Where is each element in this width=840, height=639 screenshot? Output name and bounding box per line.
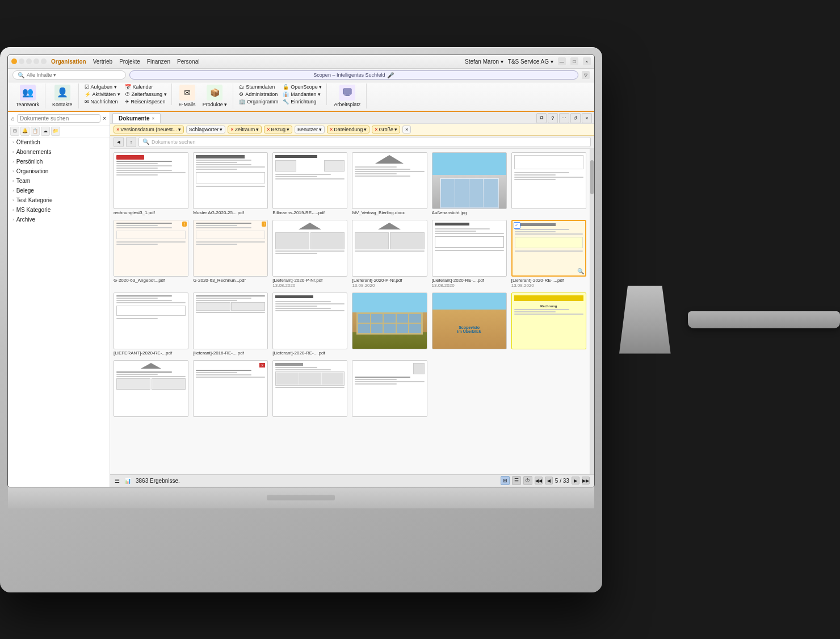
- sidebar-item-team[interactable]: › Team: [8, 176, 110, 186]
- filter-schlagwoerter[interactable]: Schlagwörter ▾: [186, 126, 226, 133]
- filter-benutzer[interactable]: Benutzer ▾: [295, 126, 325, 133]
- thumb-aussenansicht[interactable]: Außenansicht.jpg: [432, 152, 507, 215]
- thumb-scopevisio[interactable]: Scopevisioim Überblick: [432, 293, 507, 356]
- thumb-lieferant-selected[interactable]: ✓ 🔍: [511, 220, 586, 288]
- thumb-lieferant5[interactable]: [lieferant]-2016-RE-....pdf: [193, 293, 268, 356]
- sidebar-item-abonnements[interactable]: › Abonnements: [8, 147, 110, 157]
- sidebar-item-persoenlich[interactable]: › Persönlich: [8, 157, 110, 166]
- sidebar-item-organisation[interactable]: › Organisation: [8, 166, 110, 176]
- page-last-btn[interactable]: ▶▶: [582, 477, 590, 485]
- search-all-input[interactable]: 🔍 Alle Inhalte ▾: [12, 70, 126, 80]
- administration-btn[interactable]: ⚙ Administration: [238, 91, 279, 98]
- einrichtung-btn[interactable]: 🔧 Einrichtung: [282, 98, 323, 105]
- search-close-icon[interactable]: ×: [103, 115, 106, 122]
- thumb-g2020-rechnung[interactable]: !: [193, 220, 268, 288]
- search-settings-btn[interactable]: ▽: [582, 71, 590, 79]
- teamwork-button[interactable]: 👥 Teamwork: [14, 83, 41, 108]
- filter-zeitraum[interactable]: × Zeitraum ▾: [228, 126, 262, 133]
- sidebar-item-testkategorie[interactable]: › Test Kategorie: [8, 195, 110, 205]
- zeiterfassung-btn[interactable]: ⏱ Zeiterfassung ▾: [124, 91, 168, 98]
- aufgaben-btn[interactable]: ☑ Aufgaben ▾: [83, 83, 121, 90]
- sidebar-item-archive[interactable]: › Archive: [8, 215, 110, 224]
- emails-btn[interactable]: ✉ E-Mails: [177, 83, 198, 108]
- sidebar-item-mskategorie[interactable]: › MS Kategorie: [8, 205, 110, 215]
- thumb-lieferant4[interactable]: [LIEFERANT]-2020-RE-...pdf: [114, 293, 188, 356]
- view-list-btn[interactable]: ☰: [512, 476, 521, 485]
- thumb-lieferant6[interactable]: [Lieferant]-2020-RE-....pdf: [272, 293, 347, 356]
- aktivitaeten-btn[interactable]: ⚡ Aktivitäten ▾: [83, 91, 121, 98]
- menu-projekte[interactable]: Projekte: [119, 59, 140, 65]
- minimize-btn[interactable]: —: [558, 57, 566, 65]
- view-grid-btn[interactable]: ⊞: [501, 476, 510, 485]
- maximize-btn[interactable]: □: [570, 57, 578, 65]
- mic-icon[interactable]: 🎤: [387, 72, 394, 78]
- thumb-lieferant1[interactable]: [Lieferant]-2020-P-Nr.pdf 13.08.2020: [272, 220, 347, 288]
- mandanten-btn[interactable]: 👔 Mandanten ▾: [282, 91, 323, 98]
- menu-personal[interactable]: Personal: [177, 59, 199, 65]
- filter-x-7[interactable]: ×: [375, 127, 377, 132]
- menu-organisation[interactable]: Organisation: [51, 59, 86, 65]
- thumb-doc22[interactable]: [352, 360, 427, 417]
- filter-bezug[interactable]: × Bezug ▾: [264, 126, 292, 133]
- nachrichten-btn[interactable]: ✉ Nachrichten: [83, 98, 121, 105]
- company-name[interactable]: T&S Service AG ▾: [508, 59, 553, 65]
- kalender-btn[interactable]: 📅 Kalender: [124, 83, 168, 90]
- dokumente-tab[interactable]: Dokumente ×: [112, 113, 161, 123]
- sidebar-item-belege[interactable]: › Belege: [8, 186, 110, 195]
- user-name[interactable]: Stefan Maron ▾: [465, 59, 503, 65]
- thumb-muster[interactable]: Muster AG-2020-25....pdf: [193, 152, 268, 215]
- page-first-btn[interactable]: ◀◀: [535, 477, 543, 485]
- sidebar-tool-3[interactable]: 📋: [31, 127, 40, 136]
- sidebar-item-oeffentlich[interactable]: › Öffentlich: [8, 137, 110, 147]
- thumb-lieferant2[interactable]: [Lieferant]-2020-P-Nr.pdf 13.08.2020: [352, 220, 427, 288]
- tab-copy-btn[interactable]: ⧉: [536, 113, 547, 123]
- thumb-doc6[interactable]: [511, 152, 586, 215]
- thumb-doc20[interactable]: X: [193, 360, 268, 417]
- search-scopen-input[interactable]: Scopen – Intelligentes Suchfeld 🎤: [129, 70, 578, 80]
- filter-dateiendung[interactable]: × Dateiendung ▾: [327, 126, 369, 133]
- page-next-btn[interactable]: ▶: [572, 477, 579, 485]
- thumb-billmanns[interactable]: Billmanns-2019-RE-....pdf: [272, 152, 347, 215]
- menu-vertrieb[interactable]: Vertrieb: [93, 59, 112, 65]
- thumb-zoom-12[interactable]: 🔍: [577, 268, 584, 274]
- arbeitsplatz-btn[interactable]: Arbeitsplatz: [331, 83, 363, 108]
- filter-versionsdatum[interactable]: × Versionsdatum (neuest... ▾: [114, 126, 184, 133]
- thumb-mv-vertrag[interactable]: MV_Vertrag_Bierling.docx: [352, 152, 427, 215]
- scrollbar-right[interactable]: [590, 149, 594, 474]
- tab-close-btn[interactable]: ×: [582, 113, 592, 123]
- page-prev-btn[interactable]: ◀: [545, 477, 553, 485]
- organigramm-btn[interactable]: 🏢 Organigramm: [238, 98, 279, 105]
- close-btn[interactable]: ×: [583, 57, 591, 65]
- openscope-btn[interactable]: 🔓 OpenScope ▾: [282, 83, 323, 90]
- thumb-lieferant3[interactable]: [Lieferant]-2020-RE-....pdf 13.08.2020: [432, 220, 507, 288]
- tab-refresh-btn[interactable]: ↺: [570, 113, 581, 123]
- upload-btn[interactable]: ↑: [126, 137, 136, 147]
- doc-tab-close[interactable]: ×: [152, 116, 154, 121]
- filter-close-all[interactable]: ×: [402, 126, 411, 133]
- thumb-building[interactable]: [352, 293, 427, 356]
- back-btn[interactable]: ◄: [114, 137, 124, 147]
- filter-x-3[interactable]: ×: [230, 127, 233, 132]
- thumb-yellow[interactable]: Rechnung: [511, 293, 586, 356]
- kontakte-button[interactable]: 👤 Kontakte: [50, 83, 75, 108]
- filter-x-4[interactable]: ×: [267, 127, 270, 132]
- thumb-g2020-angebot[interactable]: !: [114, 220, 188, 288]
- reisen-btn[interactable]: ✈ Reisen/Spesen: [124, 98, 168, 105]
- content-search-input[interactable]: 🔍 Dokumente suchen: [138, 137, 591, 147]
- sidebar-tool-1[interactable]: ⊞: [10, 127, 19, 136]
- menu-finanzen[interactable]: Finanzen: [147, 59, 170, 65]
- filter-groesse[interactable]: × Größe ▾: [372, 126, 400, 133]
- filter-x-1[interactable]: ×: [116, 127, 119, 132]
- filter-x-6[interactable]: ×: [330, 127, 333, 132]
- thumb-doc19[interactable]: [114, 360, 188, 417]
- produkte-btn[interactable]: 📦 Produkte ▾: [200, 83, 230, 108]
- thumbnails-area[interactable]: rechnungtest3_1.pdf: [110, 149, 590, 474]
- thumb-rechnungtest[interactable]: rechnungtest3_1.pdf: [114, 152, 188, 215]
- sidebar-tool-4[interactable]: ☁: [41, 127, 50, 136]
- tab-dots-btn[interactable]: ⋯: [559, 113, 569, 123]
- view-clock-btn[interactable]: ⏱: [523, 476, 532, 485]
- tab-help-btn[interactable]: ?: [548, 113, 558, 123]
- sidebar-tool-5[interactable]: 📁: [51, 127, 60, 136]
- sidebar-tool-2[interactable]: 🔔: [20, 127, 30, 136]
- stammdaten-btn[interactable]: 🗂 Stammdaten: [238, 83, 279, 90]
